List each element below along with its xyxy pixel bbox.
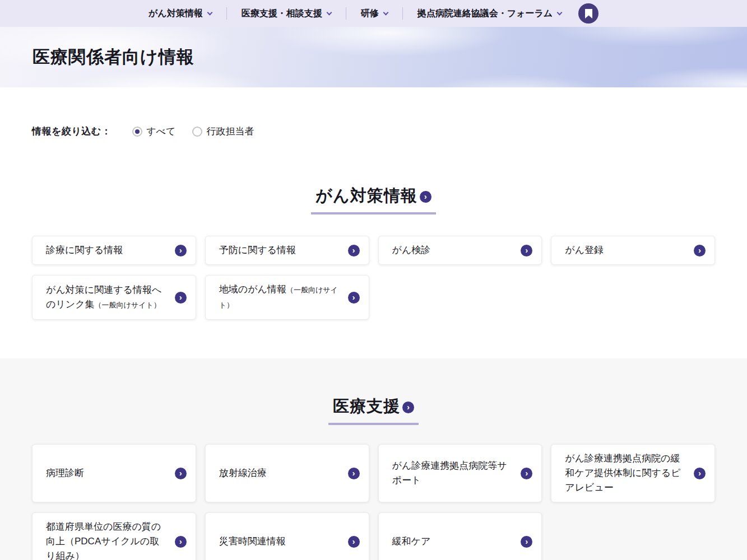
filter-bar: 情報を絞り込む： すべて 行政担当者 [32,87,715,138]
chevron-right-circle-icon: › [348,536,360,548]
card-link[interactable]: がん検診 › [378,236,542,265]
card-label: がん検診 [392,243,514,258]
section-title-link[interactable]: 医療支援› [328,395,419,425]
chevron-right-circle-icon: › [348,245,360,256]
radio-label: 行政担当者 [206,125,254,138]
nav-item-label: 研修 [361,8,379,20]
card-link[interactable]: 予防に関する情報 › [205,236,369,265]
chevron-right-circle-icon: › [348,468,360,479]
bookmark-button[interactable] [578,3,598,24]
chevron-down-icon [207,10,212,15]
section-heading: 医療支援› [32,358,715,425]
chevron-down-icon [383,10,388,15]
chevron-right-circle-icon: › [694,245,706,256]
top-navigation: がん対策情報 医療支援・相談支援 研修 拠点病院連絡協議会・フォーラム [0,0,747,27]
card-link[interactable]: 緩和ケア › [378,512,542,560]
card-label: がん診療連携拠点病院の緩和ケア提供体制に関するピアレビュー [565,451,687,495]
card-label: 緩和ケア [392,534,514,549]
cancer-control-section: 情報を絞り込む： すべて 行政担当者 がん対策情報› 診療に関する情報 › 予防… [0,87,747,358]
card-link[interactable]: がん登録 › [551,236,715,265]
card-link[interactable]: がん対策に関連する情報へのリンク集（一般向けサイト） › [32,275,196,320]
section-title: がん対策情報 [315,186,417,204]
bookmark-icon [584,9,593,18]
chevron-right-circle-icon: › [420,191,432,203]
card-link[interactable]: がん診療連携拠点病院等サポート › [378,444,542,502]
chevron-right-circle-icon: › [175,245,187,256]
card-label: 都道府県単位の医療の質の向上（PDCAサイクルの取り組み） [46,520,168,560]
card-link[interactable]: 診療に関する情報 › [32,236,196,265]
card-label: がん診療連携拠点病院等サポート [392,459,514,488]
card-grid: 病理診断 › 放射線治療 › がん診療連携拠点病院等サポート › がん診療連携拠… [32,444,715,560]
radio-option-government-staff[interactable]: 行政担当者 [192,125,254,138]
chevron-right-circle-icon: › [521,245,532,256]
section-title-link[interactable]: がん対策情報› [311,185,435,214]
card-link[interactable]: 都道府県単位の医療の質の向上（PDCAサイクルの取り組み） › [32,512,196,560]
card-label: 災害時関連情報 [219,534,341,549]
card-label: 予防に関する情報 [219,243,341,258]
section-title: 医療支援 [333,397,400,415]
page-header: 医療関係者向け情報 [0,27,747,87]
nav-item-medical-support[interactable]: 医療支援・相談支援 [242,8,331,20]
section-heading: がん対策情報› [32,185,715,214]
nav-item-label: 医療支援・相談支援 [242,8,322,20]
card-label: 診療に関する情報 [46,243,168,258]
nav-item-hospital-council-forum[interactable]: 拠点病院連絡協議会・フォーラム [417,8,562,20]
card-link[interactable]: 病理診断 › [32,444,196,502]
medical-support-section: 医療支援› 病理診断 › 放射線治療 › がん診療連携拠点病院等サポート › が… [0,358,747,560]
radio-button[interactable] [192,127,202,137]
card-link[interactable]: 地域のがん情報（一般向けサイト） › [205,275,369,320]
nav-item-cancer-control-info[interactable]: がん対策情報 [149,8,212,20]
radio-button[interactable] [132,127,142,137]
chevron-right-circle-icon: › [175,536,187,548]
chevron-right-circle-icon: › [175,292,187,304]
chevron-down-icon [326,10,332,15]
card-label: がん対策に関連する情報へのリンク集（一般向けサイト） [46,283,168,312]
chevron-right-circle-icon: › [175,468,187,479]
card-grid: 診療に関する情報 › 予防に関する情報 › がん検診 › がん登録 › がん対策… [32,236,715,320]
card-label: 放射線治療 [219,466,341,480]
page-title: 医療関係者向け情報 [33,45,194,69]
card-label: 病理診断 [46,466,168,480]
nav-divider [402,7,403,20]
card-link[interactable]: がん診療連携拠点病院の緩和ケア提供体制に関するピアレビュー › [551,444,715,502]
card-link[interactable]: 放射線治療 › [205,444,369,502]
nav-item-label: がん対策情報 [149,8,203,20]
nav-divider [226,7,227,20]
card-label: がん登録 [565,243,687,258]
chevron-right-circle-icon: › [694,468,706,479]
radio-option-all[interactable]: すべて [132,125,175,138]
nav-item-training[interactable]: 研修 [361,8,388,20]
chevron-right-circle-icon: › [348,292,360,304]
card-link[interactable]: 災害時関連情報 › [205,512,369,560]
card-label: 地域のがん情報（一般向けサイト） [219,282,341,312]
chevron-right-circle-icon: › [521,468,532,479]
chevron-right-circle-icon: › [521,536,532,548]
nav-divider [346,7,346,20]
chevron-right-circle-icon: › [402,402,414,413]
nav-item-label: 拠点病院連絡協議会・フォーラム [417,8,553,20]
radio-label: すべて [146,125,175,138]
filter-label: 情報を絞り込む： [32,125,111,138]
chevron-down-icon [557,10,563,15]
